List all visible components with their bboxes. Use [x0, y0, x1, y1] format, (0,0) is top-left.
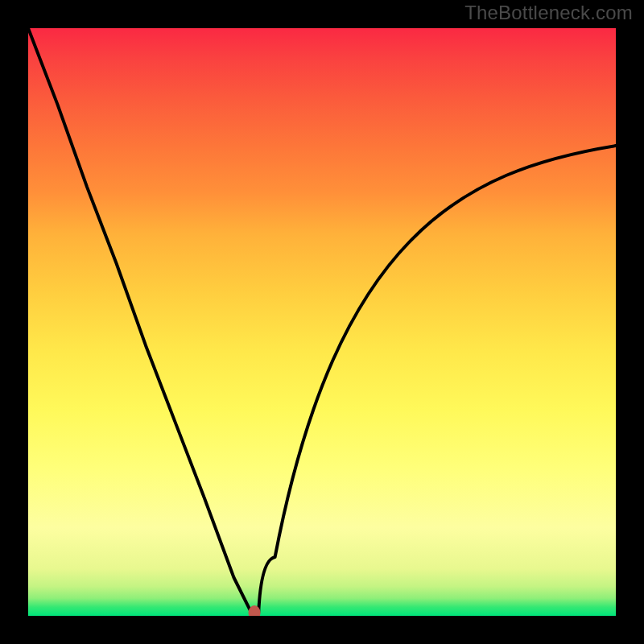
chart-frame: TheBottleneck.com — [0, 0, 644, 644]
bottleneck-curve — [28, 28, 616, 616]
optimal-point-marker — [249, 605, 261, 616]
watermark-text: TheBottleneck.com — [464, 2, 633, 24]
plot-area — [28, 28, 616, 616]
